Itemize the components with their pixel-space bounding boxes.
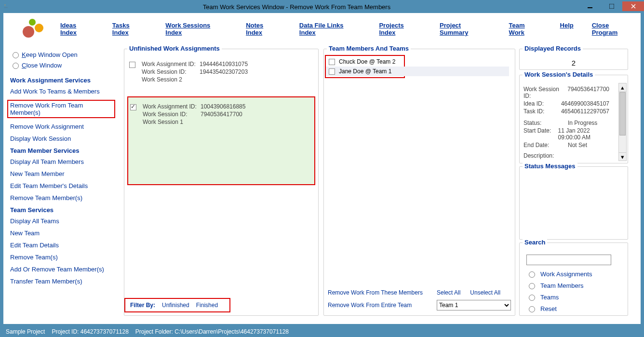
menu-data-file[interactable]: Data File Links Index (299, 22, 361, 36)
sidebar-link-remove-team[interactable]: Remove Team(s) (10, 254, 121, 261)
search-option-label: Work Assignments (540, 270, 592, 278)
app-logo (17, 17, 45, 40)
sidebar-link-edit-member[interactable]: Edit Team Member's Details (10, 182, 121, 189)
sidebar-section-work-assignment: Work Assignment Services (10, 77, 121, 84)
wa-label: Work Assignment ID: (143, 103, 199, 110)
titlebar: Team Work Services Window - Remove Work … (0, 0, 644, 13)
scroll-thumb[interactable] (619, 92, 626, 135)
idea-id-value: 464699003845107 (561, 100, 609, 107)
task-id-value: 465406112297057 (561, 108, 609, 115)
menu-tasks[interactable]: Tasks Index (112, 22, 147, 36)
filter-bar: Filter By: Unfinished Finished (124, 298, 230, 312)
member-checkbox[interactable] (329, 68, 335, 75)
unselect-all-action[interactable]: Unselect All (470, 289, 500, 296)
close-window-radio[interactable] (13, 63, 19, 69)
keep-window-open-label: Keep Window Open (22, 51, 78, 58)
menu-work-sessions[interactable]: Work Sessions Index (165, 22, 228, 36)
statusbar: Sample Project Project ID: 4642737370711… (0, 326, 644, 337)
assignment-checkbox[interactable] (130, 104, 136, 110)
search-panel: Search Work Assignments Team Members Tea… (519, 243, 628, 316)
filter-finished[interactable]: Finished (196, 302, 218, 309)
assignment-row-selected[interactable]: Work Assignment ID:10043906816885 Work S… (127, 96, 315, 185)
status-messages-panel: Status Messages (519, 166, 628, 240)
idea-id-label: Idea ID: (523, 100, 561, 107)
ws-id: 7940536417700 (201, 111, 245, 118)
sidebar-section-team-member: Team Member Services (10, 147, 121, 154)
select-all-action[interactable]: Select All (437, 289, 460, 296)
wa-id: 10043906816885 (201, 103, 245, 110)
sidebar-link-remove-work-members[interactable]: Remove Work From Team Member(s) (7, 100, 115, 118)
ws-details-scrollbar[interactable]: ▴ ▾ (618, 83, 627, 161)
start-value: 11 Jan 2022 09:00:00 AM (558, 127, 609, 141)
sidebar-link-remove-member[interactable]: Remove Team Member(s) (10, 194, 121, 202)
team-member-list: Chuck Doe @ Team 2 Jane Doe @ Team 1 (325, 55, 405, 78)
unfinished-title: Unfinished Work Assignments (127, 45, 222, 52)
unfinished-panel: Unfinished Work Assignments Work Assignm… (124, 49, 319, 316)
search-option-label: Team Members (540, 282, 584, 289)
ws-details-title: Work Session's Details (523, 71, 595, 78)
search-input[interactable] (526, 255, 611, 265)
sidebar-link-new-member[interactable]: New Team Member (10, 170, 121, 177)
minimize-button[interactable] (579, 1, 601, 11)
end-label: End Date: (523, 142, 568, 148)
end-value: Not Set (568, 142, 587, 148)
sidebar-link-edit-team[interactable]: Edit Team Details (10, 242, 121, 249)
ws-details-panel: Work Session's Details Work Session ID:7… (519, 75, 628, 163)
wa-label: Work Assignment ID: (142, 61, 198, 67)
team-member-row[interactable]: Chuck Doe @ Team 2 (326, 57, 404, 67)
search-reset-radio[interactable] (529, 306, 535, 312)
maximize-button[interactable] (601, 1, 622, 11)
search-option-label: Teams (540, 294, 559, 301)
status-label: Status: (523, 120, 568, 126)
ws-id-label: Work Session ID: (523, 86, 567, 99)
member-name: Jane Doe @ Team 1 (339, 68, 391, 75)
ws-id-value: 7940536417700 (567, 86, 609, 99)
svg-point-4 (23, 26, 34, 38)
menu-close-program[interactable]: Close Program (592, 22, 636, 36)
sidebar-link-transfer-members[interactable]: Transfer Team Member(s) (10, 278, 121, 285)
scroll-up-icon[interactable]: ▴ (619, 83, 626, 92)
status-project-id: Project ID: 464273737071128 (52, 328, 128, 335)
menu-ideas[interactable]: Ideas Index (60, 22, 94, 36)
ws-name: Work Session 1 (143, 119, 199, 125)
menu-team-work[interactable]: Team Work (509, 22, 542, 36)
sidebar-link-remove-work-assignment[interactable]: Remove Work Assignment (10, 123, 121, 130)
search-teams-radio[interactable] (529, 295, 535, 301)
filter-unfinished[interactable]: Unfinished (162, 302, 189, 309)
team-select[interactable]: Team 1 (437, 300, 511, 310)
search-work-assignments-radio[interactable] (529, 271, 535, 278)
desc-label: Description: (523, 152, 568, 159)
remove-members-action[interactable]: Remove Work From These Members (328, 289, 427, 296)
team-members-panel: Team Members And Teams Chuck Doe @ Team … (323, 49, 515, 316)
menu-notes[interactable]: Notes Index (246, 22, 281, 36)
menu-project-summary[interactable]: Project Summary (440, 22, 491, 36)
sidebar-link-display-members[interactable]: Display All Team Members (10, 158, 121, 165)
svg-rect-1 (609, 4, 614, 9)
sidebar-link-add-remove-members[interactable]: Add Or Remove Team Member(s) (10, 266, 121, 273)
member-checkbox[interactable] (329, 59, 335, 65)
member-name: Chuck Doe @ Team 2 (339, 58, 395, 65)
ws-name: Work Session 2 (142, 76, 198, 83)
remove-team-action[interactable]: Remove Work From Entire Team (328, 302, 427, 309)
scroll-down-icon[interactable]: ▾ (619, 152, 626, 161)
team-members-title: Team Members And Teams (327, 45, 411, 52)
search-team-members-radio[interactable] (529, 283, 535, 289)
sidebar-link-display-work-session[interactable]: Display Work Session (10, 135, 121, 142)
close-button[interactable] (622, 1, 644, 11)
keep-window-open-radio[interactable] (13, 52, 19, 58)
sidebar-link-add-work[interactable]: Add Work To Teams & Members (10, 88, 121, 95)
ws-label: Work Session ID: (142, 68, 198, 75)
search-option-label: Reset (540, 305, 557, 312)
menu-projects[interactable]: Projects Index (379, 22, 421, 36)
assignment-row[interactable]: Work Assignment ID:194446410931075 Work … (127, 59, 315, 85)
sidebar-section-team: Team Services (10, 206, 121, 214)
team-member-row[interactable]: Jane Doe @ Team 1 (326, 67, 509, 76)
status-value: In Progress (568, 120, 597, 126)
sidebar-link-new-team[interactable]: New Team (10, 229, 121, 237)
filter-label: Filter By: (130, 302, 155, 309)
wa-id: 194446410931075 (200, 61, 248, 67)
menu-help[interactable]: Help (560, 22, 574, 36)
assignment-checkbox[interactable] (129, 62, 135, 68)
status-messages-title: Status Messages (523, 162, 577, 170)
sidebar-link-display-teams[interactable]: Display All Teams (10, 217, 121, 225)
